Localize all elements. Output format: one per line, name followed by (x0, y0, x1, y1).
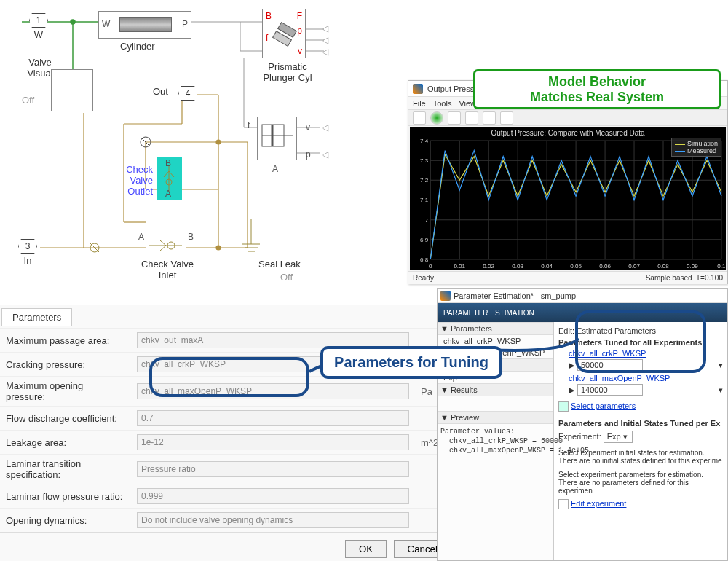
param-label: Flow discharge coefficient: (0, 407, 131, 431)
pris-f-out: ◁ (322, 23, 328, 34)
scope-toolbar (408, 110, 727, 126)
legend-sim: Simulation (687, 140, 718, 147)
est-preview-text: Parameter values: chkv_all_crkP_WKSP = 5… (438, 424, 553, 458)
svg-point-12 (216, 246, 221, 250)
svg-text:6.8: 6.8 (420, 256, 429, 263)
seal-leak-state: Off (280, 272, 293, 283)
valve-visual-state: Off (22, 95, 34, 106)
port-1-number: 1 (36, 15, 41, 26)
tool-cursor-icon[interactable] (500, 111, 513, 125)
est-params-header[interactable]: ▼ Parameters (438, 322, 553, 335)
param-value[interactable]: 0.999 (137, 488, 409, 504)
cylinder-icon (119, 17, 172, 32)
annotation-parameters-tuning: Parameters for Tuning (320, 346, 502, 379)
legend-meas: Measured (687, 147, 716, 154)
tool-run-icon[interactable] (430, 111, 443, 125)
param-label: Laminar transition specification: (0, 455, 131, 484)
cylinder-block[interactable]: W P (98, 11, 191, 39)
svg-text:0.04: 0.04 (541, 263, 553, 270)
status-sample: Sample based (646, 274, 692, 282)
hydraulic-cyl-block[interactable] (257, 117, 297, 160)
param-label: Laminar flow pressure ratio: (0, 484, 131, 509)
prismatic-icon (270, 20, 299, 49)
simulink-diagram: 1 W W P Cylinder B F f p v Prismatic Plu… (0, 0, 393, 306)
scope-plot[interactable]: Output Pressure: Compare with Measured D… (410, 128, 726, 270)
param-label: Maximum opening pressure: (0, 377, 131, 407)
tool-settings-icon[interactable] (413, 111, 426, 125)
svg-text:6.9: 6.9 (420, 237, 429, 243)
cyl-port-p: P (182, 19, 188, 29)
tuning-highlight-right (575, 310, 706, 373)
select-params-link[interactable]: Select parameters (571, 401, 636, 410)
check-valve-outlet-block[interactable]: B A (157, 157, 182, 200)
cyl2-v-out: ◁ (322, 122, 328, 133)
svg-text:0.05: 0.05 (570, 263, 582, 270)
inport-3[interactable]: 3 In (18, 239, 37, 266)
exp-label: Experiment: (558, 432, 601, 441)
cvo-b: B (165, 158, 171, 168)
cyl-port-w: W (102, 19, 110, 29)
est-note-2: There are no initial states defined for … (558, 457, 723, 465)
svg-point-2 (71, 20, 75, 24)
tool-zoom-icon[interactable] (465, 111, 478, 125)
scope-app-icon (413, 84, 423, 94)
tool-pan-icon[interactable] (483, 111, 496, 125)
outport-4[interactable]: 4 (178, 86, 197, 101)
check-valve-outlet-label: Check Valve Outlet (113, 164, 153, 197)
out-label: Out (153, 86, 168, 97)
select-params-icon (558, 401, 569, 412)
svg-text:0.06: 0.06 (599, 263, 611, 270)
param-label: Maximum passage area: (0, 329, 131, 353)
cvo-a: A (165, 189, 171, 199)
tuned-param-2-link[interactable]: chkv_all_maxOpenP_WKSP (569, 374, 723, 382)
svg-point-30 (141, 137, 151, 147)
est-titlebar[interactable]: Parameter Estimation* - sm_pump (438, 289, 727, 303)
svg-text:7: 7 (425, 217, 429, 224)
pris-port-f: f (266, 33, 268, 43)
param-value[interactable]: Do not include valve opening dynamics (137, 512, 409, 528)
cvi-icon (146, 235, 186, 256)
svg-text:0.07: 0.07 (628, 263, 640, 270)
param-value[interactable]: Pressure ratio (137, 461, 409, 477)
tuned-param-2-value[interactable]: 140000 (577, 384, 643, 396)
cyl2-v: v (306, 122, 310, 133)
prismatic-block[interactable]: B F f p v (262, 9, 306, 58)
port-3-name: In (18, 255, 37, 266)
est-title: Parameter Estimation* - sm_pump (454, 291, 576, 300)
status-time: T=0.100 (696, 274, 723, 282)
svg-point-11 (216, 140, 221, 144)
inport-1[interactable]: 1 W (29, 13, 48, 40)
hydraulic-ref-icon (87, 240, 102, 255)
svg-text:7.2: 7.2 (420, 177, 429, 184)
cvi-a: A (138, 232, 144, 242)
edit-exp-link[interactable]: Edit experiment (571, 499, 626, 508)
scope-statusbar: Ready Sample based T=0.100 (408, 271, 727, 284)
svg-text:7.1: 7.1 (420, 197, 429, 204)
tool-step-icon[interactable] (448, 111, 461, 125)
pris-v-out: ◁ (322, 47, 328, 57)
cyl2-a: A (272, 164, 278, 174)
check-valve-inlet-block[interactable] (146, 235, 186, 256)
valve-visual-block[interactable] (51, 69, 93, 111)
est-preview-header[interactable]: ▼ Preview (438, 411, 553, 424)
svg-text:0.03: 0.03 (512, 263, 523, 270)
seal-leak-label: Seal Leak (258, 259, 301, 270)
exp-dropdown[interactable]: Exp ▾ (604, 431, 633, 443)
svg-text:0.08: 0.08 (657, 263, 669, 270)
param-value[interactable]: 1e-12 (137, 434, 409, 450)
menu-tools[interactable]: Tools (433, 99, 452, 108)
ok-button[interactable]: OK (345, 540, 387, 558)
est-note-1: Select experiment initial states for est… (558, 449, 723, 457)
parameters-tab[interactable]: Parameters (1, 308, 72, 326)
ribbon-label: PARAMETER ESTIMATION (443, 309, 534, 317)
cyl2-p: p (306, 149, 311, 160)
svg-text:0: 0 (429, 263, 432, 270)
param-value[interactable]: 0.7 (137, 410, 409, 426)
svg-text:7.3: 7.3 (420, 157, 429, 164)
menu-file[interactable]: File (413, 99, 426, 108)
annotation-model-behavior: Model Behavior Matches Real System (473, 69, 721, 109)
est-note-3: Select experiment parameters for estimat… (558, 471, 723, 479)
tuning-highlight-left (149, 357, 309, 397)
hyd-cyl-icon (258, 117, 298, 161)
port-3-number: 3 (25, 241, 31, 251)
